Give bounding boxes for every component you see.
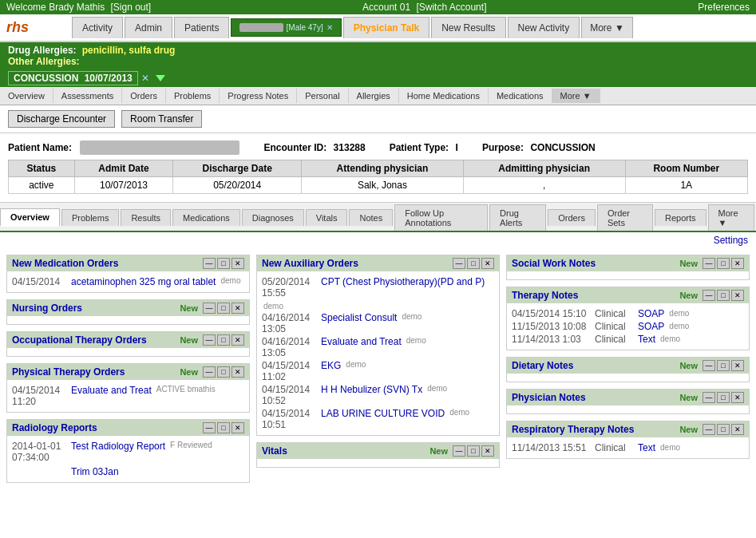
- tab-new-activity[interactable]: New Activity: [508, 17, 580, 38]
- overview-tab-results[interactable]: Results: [121, 209, 171, 226]
- subnav-orders[interactable]: Orders: [122, 89, 166, 103]
- therapy-notes-title[interactable]: Therapy Notes: [512, 290, 578, 301]
- new-medication-orders-title[interactable]: New Medication Orders: [12, 258, 118, 269]
- signout-link[interactable]: [Sign out]: [111, 2, 152, 13]
- widget-close-btn[interactable]: ✕: [731, 392, 744, 403]
- widget-minimize-btn[interactable]: —: [703, 258, 715, 269]
- overview-tab-overview[interactable]: Overview: [0, 208, 60, 227]
- widget-close-btn[interactable]: ✕: [481, 258, 494, 269]
- radiology-link-2[interactable]: Trim 03Jan: [71, 466, 119, 477]
- widget-minimize-btn[interactable]: —: [203, 334, 216, 346]
- widget-restore-btn[interactable]: □: [217, 303, 230, 314]
- encounter-close-icon[interactable]: ✕: [141, 73, 149, 84]
- widget-close-btn[interactable]: ✕: [731, 360, 744, 371]
- aux-link-4[interactable]: EKG: [321, 360, 341, 382]
- widget-close-btn[interactable]: ✕: [232, 422, 244, 433]
- subnav-medications[interactable]: Medications: [489, 89, 552, 103]
- widget-minimize-btn[interactable]: —: [453, 258, 465, 269]
- aux-link-2[interactable]: Specialist Consult: [321, 312, 397, 334]
- subnav-personal[interactable]: Personal: [297, 89, 348, 103]
- dietary-notes-title[interactable]: Dietary Notes: [512, 360, 573, 371]
- widget-restore-btn[interactable]: □: [467, 445, 480, 457]
- widget-close-btn[interactable]: ✕: [481, 445, 494, 457]
- overview-tab-follow-up[interactable]: Follow Up Annotations: [394, 204, 488, 231]
- subnav-assessments[interactable]: Assessments: [53, 89, 122, 103]
- widget-minimize-btn[interactable]: —: [703, 290, 715, 301]
- widget-minimize-btn[interactable]: —: [203, 303, 216, 314]
- room-transfer-button[interactable]: Room Transfer: [121, 110, 202, 128]
- subnav-problems[interactable]: Problems: [166, 89, 220, 103]
- tab-patients[interactable]: Patients: [174, 17, 229, 38]
- widget-restore-btn[interactable]: □: [217, 422, 230, 433]
- therapy-note-link-2[interactable]: SOAP: [638, 321, 664, 332]
- tab-admin[interactable]: Admin: [125, 17, 172, 38]
- preferences-link[interactable]: Preferences: [698, 2, 750, 13]
- switch-account-link[interactable]: [Switch Account]: [416, 2, 486, 13]
- widget-restore-btn[interactable]: □: [717, 258, 730, 269]
- close-patient-tab-icon[interactable]: ✕: [327, 23, 333, 32]
- overview-tab-drug-alerts[interactable]: Drug Alerts: [489, 204, 546, 231]
- widget-restore-btn[interactable]: □: [717, 392, 730, 403]
- widget-close-btn[interactable]: ✕: [731, 258, 744, 269]
- widget-restore-btn[interactable]: □: [217, 334, 230, 346]
- subnav-allergies[interactable]: Allergies: [349, 89, 399, 103]
- subnav-home-medications[interactable]: Home Medications: [399, 89, 489, 103]
- overview-tab-orders[interactable]: Orders: [548, 209, 596, 226]
- widget-close-btn[interactable]: ✕: [232, 258, 244, 269]
- tab-activity[interactable]: Activity: [72, 17, 123, 38]
- physician-notes-title[interactable]: Physician Notes: [512, 392, 586, 403]
- widget-restore-btn[interactable]: □: [717, 360, 730, 371]
- social-work-notes-title[interactable]: Social Work Notes: [512, 258, 596, 269]
- nursing-orders-title[interactable]: Nursing Orders: [12, 303, 82, 314]
- widget-close-btn[interactable]: ✕: [232, 303, 244, 314]
- widget-close-btn[interactable]: ✕: [232, 366, 244, 378]
- widget-restore-btn[interactable]: □: [217, 366, 230, 378]
- widget-minimize-btn[interactable]: —: [703, 424, 715, 435]
- overview-tab-notes[interactable]: Notes: [349, 209, 393, 226]
- tab-more[interactable]: More ▼: [581, 17, 633, 38]
- radiology-link-1[interactable]: Test Radiology Report: [71, 441, 165, 463]
- widget-close-btn[interactable]: ✕: [232, 334, 244, 346]
- widget-minimize-btn[interactable]: —: [453, 445, 465, 457]
- widget-restore-btn[interactable]: □: [217, 258, 230, 269]
- aux-link-5[interactable]: H H Nebulizer (SVN) Tx: [321, 384, 422, 406]
- overview-tab-more[interactable]: More ▼: [708, 204, 754, 231]
- radiology-reports-title[interactable]: Radiology Reports: [12, 422, 97, 433]
- widget-restore-btn[interactable]: □: [467, 258, 480, 269]
- overview-tab-diagnoses[interactable]: Diagnoses: [242, 209, 304, 226]
- overview-tab-order-sets[interactable]: Order Sets: [597, 204, 653, 231]
- respiratory-note-link-1[interactable]: Text: [638, 442, 655, 453]
- subnav-more[interactable]: More ▼: [552, 89, 600, 103]
- aux-link-1[interactable]: CPT (Chest Physiotherapy)(PD and P): [321, 276, 485, 299]
- occupational-therapy-title[interactable]: Occupational Therapy Orders: [12, 334, 147, 346]
- physical-therapy-title[interactable]: Physical Therapy Orders: [12, 366, 125, 378]
- widget-minimize-btn[interactable]: —: [203, 258, 216, 269]
- overview-tab-vitals[interactable]: Vitals: [306, 209, 348, 226]
- widget-restore-btn[interactable]: □: [717, 424, 730, 435]
- physical-therapy-link-1[interactable]: Evaluate and Treat: [71, 385, 152, 407]
- widget-minimize-btn[interactable]: —: [203, 422, 216, 433]
- vitals-title[interactable]: Vitals: [262, 445, 287, 457]
- med-link-1[interactable]: acetaminophen 325 mg oral tablet: [71, 276, 216, 287]
- subnav-progress-notes[interactable]: Progress Notes: [220, 89, 297, 103]
- widget-minimize-btn[interactable]: —: [703, 360, 715, 371]
- widget-minimize-btn[interactable]: —: [703, 392, 715, 403]
- widget-close-btn[interactable]: ✕: [731, 290, 744, 301]
- widget-restore-btn[interactable]: □: [717, 290, 730, 301]
- tab-new-results[interactable]: New Results: [431, 17, 505, 38]
- subnav-overview[interactable]: Overview: [0, 89, 53, 103]
- overview-tab-medications[interactable]: Medications: [172, 209, 240, 226]
- respiratory-therapy-notes-title[interactable]: Respiratory Therapy Notes: [512, 424, 634, 435]
- aux-link-6[interactable]: LAB URINE CULTURE VOID: [321, 408, 445, 430]
- settings-link[interactable]: Settings: [714, 235, 748, 246]
- therapy-note-link-1[interactable]: SOAP: [638, 308, 664, 319]
- aux-link-3[interactable]: Evaluate and Treat: [321, 336, 402, 358]
- new-auxiliary-orders-title[interactable]: New Auxiliary Orders: [262, 258, 358, 269]
- overview-tab-reports[interactable]: Reports: [655, 209, 707, 226]
- widget-minimize-btn[interactable]: —: [203, 366, 216, 378]
- therapy-note-link-3[interactable]: Text: [638, 334, 655, 345]
- tab-patient-active[interactable]: [Male 47y] [Male 47y] ✕: [231, 18, 341, 37]
- overview-tab-problems[interactable]: Problems: [61, 209, 119, 226]
- widget-close-btn[interactable]: ✕: [731, 424, 744, 435]
- tab-physician-talk[interactable]: Physician Talk: [343, 17, 429, 38]
